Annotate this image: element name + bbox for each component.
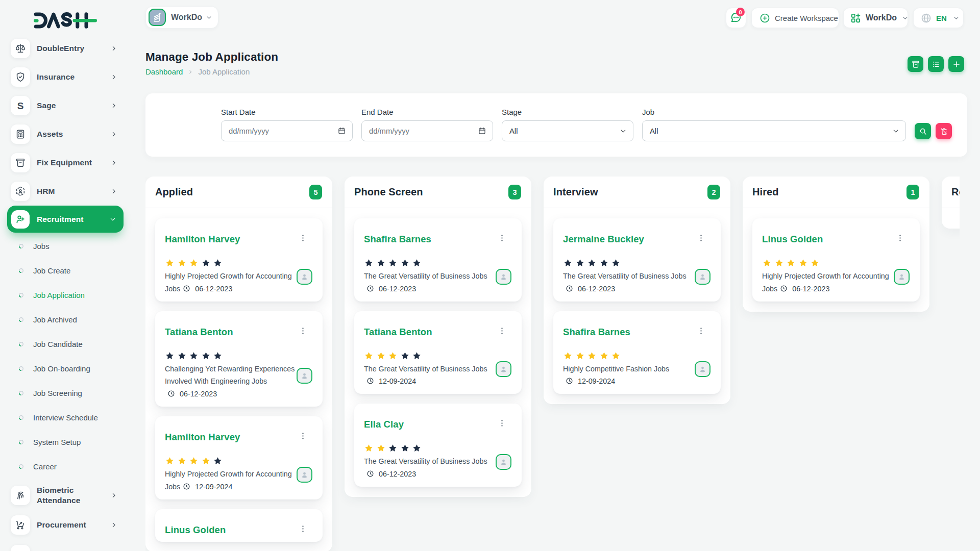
globe-icon [920,12,932,24]
card-menu-button[interactable] [697,327,705,335]
candidate-name[interactable]: Hamilton Harvey [165,234,240,245]
job-label: Job [642,108,906,116]
application-card[interactable]: Hamilton HarveyHighly Projected Growth f… [155,416,323,499]
dots-vertical-icon [697,234,705,242]
candidate-avatar-button[interactable] [496,361,511,377]
candidate-avatar-button[interactable] [496,454,511,470]
shield-check-icon-box [11,67,30,87]
candidate-name[interactable]: Shafira Barnes [563,327,630,338]
sidebar-item-recruitment[interactable]: Recruitment [7,206,124,233]
card-menu-button[interactable] [896,234,904,242]
list-view-button[interactable] [928,56,944,72]
sidebar-item-doubleentry[interactable]: DoubleEntry [0,34,131,63]
create-workspace-button[interactable]: Create Workspace [751,8,839,28]
application-card[interactable]: Shafira BarnesThe Great Versatility of B… [354,218,522,302]
language-button[interactable]: EN [913,8,964,28]
archive-view-button[interactable] [908,56,923,72]
end-date-input-field[interactable] [362,121,493,141]
candidate-name[interactable]: Linus Golden [762,234,823,245]
card-menu-button[interactable] [498,234,506,242]
candidate-avatar-button[interactable] [894,269,910,285]
card-menu-button[interactable] [299,432,307,440]
workspace-menu-button[interactable]: WorkDo [843,8,908,28]
sidebar-item-fix-equipment[interactable]: Fix Equipment [0,148,131,177]
card-details: Challenging Yet Rewarding Experiences In… [165,363,296,400]
sidebar-item-assets[interactable]: Assets [0,120,131,148]
applied-date: 06-12-2023 [195,285,232,293]
card-menu-button[interactable] [498,327,506,335]
candidate-name[interactable]: Tatiana Benton [165,327,233,338]
candidate-avatar-button[interactable] [496,269,511,285]
application-card[interactable]: Hamilton HarveyHighly Projected Growth f… [155,218,323,302]
candidate-name[interactable]: Jermaine Buckley [563,234,644,245]
filter-search-button[interactable] [915,123,931,139]
stage-select[interactable]: All [502,120,633,141]
logo[interactable] [34,12,97,29]
sidebar-item-sage[interactable]: SSage [0,91,131,120]
calculator-icon-box [11,124,30,144]
sidebar-subitem-jobs[interactable]: Jobs [0,234,131,258]
dots-vertical-icon [299,327,307,335]
sidebar-item-hrm[interactable]: HRM [0,177,131,206]
clock-icon [366,470,374,478]
messages-button[interactable]: 0 [726,8,746,28]
start-date-input-field[interactable] [222,121,352,141]
sidebar-item-procurement[interactable]: Procurement [0,511,131,539]
application-card[interactable]: Tatiana BentonChallenging Yet Rewarding … [155,311,323,407]
calendar-icon[interactable] [478,127,486,135]
applied-when: 12-09-2024 [366,377,416,385]
candidate-avatar-button[interactable] [695,269,710,285]
end-date-input[interactable] [361,120,493,141]
page-actions [908,56,964,72]
sidebar-subitem-job-candidate[interactable]: Job Candidate [0,332,131,356]
workspace-menu-label: WorkDo [866,13,897,22]
workspace-switcher[interactable]: WorkDo [145,6,218,29]
candidate-name[interactable]: Tatiana Benton [364,327,432,338]
candidate-avatar-button[interactable] [297,269,312,285]
card-menu-button[interactable] [697,234,705,242]
application-card[interactable]: Ella ClayThe Great Versatility of Busine… [354,404,522,487]
application-card[interactable]: Jermaine BuckleyThe Great Versatility of… [553,218,721,302]
candidate-name[interactable]: Hamilton Harvey [165,432,240,443]
sidebar-subitem-interview-schedule[interactable]: Interview Schedule [0,405,131,430]
sidebar-subitem-job-screening[interactable]: Job Screening [0,381,131,405]
chevron-down-icon [109,216,116,223]
start-date-input[interactable] [221,120,353,141]
filter-reset-button[interactable] [936,123,952,139]
card-menu-button[interactable] [498,419,506,428]
sidebar-item-insurance[interactable]: Insurance [0,63,131,91]
application-card[interactable]: Tatiana BentonThe Great Versatility of B… [354,311,522,394]
card-menu-button[interactable] [299,524,307,533]
card-menu-button[interactable] [299,234,307,242]
star-icon [810,258,820,268]
sidebar-subitem-job-archived[interactable]: Job Archived [0,307,131,332]
candidate-avatar-button[interactable] [695,361,710,377]
scale-icon-box [11,39,30,58]
sidebar-subitem-job-on-boarding[interactable]: Job On-boarding [0,356,131,381]
breadcrumb-dashboard[interactable]: Dashboard [145,67,183,76]
application-card[interactable]: Linus Golden [155,509,323,542]
application-card[interactable]: Shafira BarnesHighly Competitive Fashion… [553,311,721,394]
candidate-name[interactable]: Linus Golden [165,524,226,536]
candidate-avatar-button[interactable] [297,467,312,483]
card-details: The Great Versatility of Business Jobs12… [364,363,495,388]
circle-bullet-icon [18,243,24,249]
candidate-avatar-button[interactable] [297,368,312,384]
sidebar-item-biometric-attendance[interactable]: Biometric Attendance [0,480,131,511]
sidebar-subitem-career[interactable]: Career [0,454,131,479]
sidebar-subitem-job-application[interactable]: Job Application [0,283,131,307]
sidebar-subitem-job-create[interactable]: Job Create [0,258,131,283]
candidate-name[interactable]: Shafira Barnes [364,234,431,245]
sidebar-subitem-label: Job Create [33,266,70,275]
calendar-icon[interactable] [337,127,346,135]
candidate-name[interactable]: Ella Clay [364,419,404,430]
sidebar-item-partial[interactable] [0,540,131,551]
job-select[interactable]: All [642,120,906,141]
add-application-button[interactable] [948,56,964,72]
application-card[interactable]: Linus GoldenHighly Projected Growth for … [752,218,920,302]
sidebar-subitem-label: Job Application [33,291,85,299]
sidebar-item-label: Procurement [37,520,86,530]
card-menu-button[interactable] [299,327,307,335]
archive-box-icon-box [11,153,30,172]
sidebar-subitem-system-setup[interactable]: System Setup [0,430,131,454]
